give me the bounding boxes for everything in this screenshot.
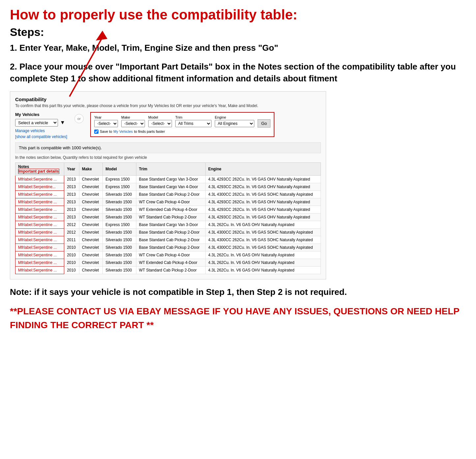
my-vehicles-save-link[interactable]: My Vehicles [113, 129, 133, 133]
cell-trim: WT Extended Cab Pickup 4-Door [136, 206, 205, 213]
year-field: Year -Select- [94, 115, 118, 127]
model-field: Model -Select- [148, 115, 172, 127]
cell-engine: 4.3L 4293CC 262Cu. In. V6 GAS OHV Natura… [206, 175, 321, 183]
cell-model: Silverado 1500 [103, 266, 136, 274]
cell-model: Silverado 1500 [103, 206, 136, 213]
col-notes: Notes Important part details [15, 162, 64, 175]
cell-model: Silverado 1500 [103, 236, 136, 244]
cell-engine: 4.3L 4293CC 262Cu. In. V6 GAS OHV Natura… [206, 198, 321, 206]
save-checkbox[interactable] [94, 129, 98, 134]
cell-trim: WT Crew Cab Pickup 4-Door [136, 251, 205, 259]
cell-trim: Base Standard Cargo Van 3-Door [136, 221, 205, 228]
cell-year: 2010 [64, 251, 79, 259]
cell-trim: WT Standard Cab Pickup 2-Door [136, 266, 205, 274]
cell-notes: Mfrlabel:Serpentine ... [15, 259, 64, 266]
cell-notes: Mfrlabel:Serpentine ... [15, 228, 64, 236]
compatibility-box: Compatibility To confirm that this part … [10, 91, 326, 279]
table-row: Mfrlabel:Serpentine ...2010ChevroletSilv… [15, 259, 321, 266]
model-select[interactable]: -Select- [148, 120, 172, 127]
cell-year: 2013 [64, 175, 79, 183]
cell-engine: 4.3L 4300CC 262Cu. In. V6 GAS SOHC Natur… [206, 236, 321, 244]
cell-engine: 4.3L 262Cu. In. V6 GAS OHV Naturally Asp… [206, 221, 321, 228]
dropdown-icon: ▼ [60, 120, 65, 126]
or-label: or [74, 114, 84, 123]
cell-model: Express 1500 [103, 183, 136, 190]
cell-trim: WT Standard Cab Pickup 2-Door [136, 213, 205, 221]
quantity-note: In the notes section below, Quantity ref… [15, 155, 321, 160]
table-row: Mfrlabel:Serpentine ...2013ChevroletSilv… [15, 190, 321, 198]
cell-make: Chevrolet [79, 190, 102, 198]
cell-notes: Mfrlabel:Serpentine ... [15, 221, 64, 228]
vehicle-select[interactable]: Select a vehicle [15, 119, 58, 127]
table-row: Mfrlabel:Serpentine ...2010ChevroletSilv… [15, 244, 321, 251]
cell-year: 2012 [64, 221, 79, 228]
cell-make: Chevrolet [79, 266, 102, 274]
table-row: Mfrlabel:Serpentine ...2011ChevroletSilv… [15, 236, 321, 244]
cell-trim: Base Standard Cargo Van 3-Door [136, 175, 205, 183]
table-row: Mfrlabel:Serpentine ...2010ChevroletSilv… [15, 251, 321, 259]
trim-select[interactable]: All Trims [175, 120, 211, 127]
step2-text: 2. Place your mouse over "Important Part… [10, 61, 466, 85]
year-select[interactable]: -Select- [94, 120, 118, 127]
cell-year: 2013 [64, 213, 79, 221]
table-header-row: Notes Important part details Year Make M… [15, 162, 321, 175]
cell-year: 2013 [64, 190, 79, 198]
cell-trim: Base Standard Cab Pickup 2-Door [136, 244, 205, 251]
col-model: Model [103, 162, 136, 175]
cell-make: Chevrolet [79, 175, 102, 183]
show-all-link[interactable]: [show all compatible vehicles] [15, 134, 68, 139]
cell-engine: 4.3L 4300CC 262Cu. In. V6 GAS SOHC Natur… [206, 190, 321, 198]
make-select[interactable]: -Select- [121, 120, 145, 127]
engine-label: Engine [215, 115, 254, 119]
step1-text: 1. Enter Year, Make, Model, Trim, Engine… [10, 42, 466, 54]
make-label: Make [121, 115, 145, 119]
manage-vehicles-link[interactable]: Manage vehicles [15, 129, 68, 133]
cell-year: 2012 [64, 228, 79, 236]
my-vehicles-section: My Vehicles Select a vehicle ▼ Manage ve… [15, 112, 68, 139]
cell-year: 2010 [64, 266, 79, 274]
go-button[interactable]: Go [258, 119, 270, 128]
cell-engine: 4.3L 4300CC 262Cu. In. V6 GAS SOHC Natur… [206, 228, 321, 236]
cell-engine: 4.3L 4293CC 262Cu. In. V6 GAS OHV Natura… [206, 206, 321, 213]
cell-make: Chevrolet [79, 213, 102, 221]
my-vehicles-label: My Vehicles [15, 112, 68, 117]
year-label: Year [94, 115, 118, 119]
cell-model: Silverado 1500 [103, 198, 136, 206]
engine-field: Engine All Engines [215, 115, 254, 127]
table-row: Mfrlabel:Serpentine ...2013ChevroletSilv… [15, 213, 321, 221]
cell-model: Silverado 1500 [103, 259, 136, 266]
cell-notes: Mfrlabel:Serpentine ... [15, 244, 64, 251]
cell-engine: 4.3L 262Cu. In. V6 GAS OHV Naturally Asp… [206, 266, 321, 274]
col-trim: Trim [136, 162, 205, 175]
cell-model: Silverado 1500 [103, 251, 136, 259]
main-title: How to properly use the compatibility ta… [10, 7, 466, 23]
table-row: Mfrlabel:Serpentine ...2012ChevroletSilv… [15, 228, 321, 236]
make-field: Make -Select- [121, 115, 145, 127]
cell-year: 2011 [64, 236, 79, 244]
cell-trim: Base Standard Cab Pickup 2-Door [136, 190, 205, 198]
model-label: Model [148, 115, 172, 119]
cell-engine: 4.3L 262Cu. In. V6 GAS OHV Naturally Asp… [206, 259, 321, 266]
table-row: Mfrlabel:Serpentine ...2013ChevroletSilv… [15, 198, 321, 206]
save-text: Save to [100, 129, 112, 133]
cell-trim: Base Standard Cargo Van 4-Door [136, 183, 205, 190]
table-row: Mfrlabel:Serpentine ...2013ChevroletSilv… [15, 206, 321, 213]
cell-notes: Mfrlabel:Serpentine ... [15, 266, 64, 274]
cell-engine: 4.3L 262Cu. In. V6 GAS OHV Naturally Asp… [206, 251, 321, 259]
cell-model: Express 1500 [103, 221, 136, 228]
cell-model: Express 1500 [103, 175, 136, 183]
note-text: Note: if it says your vehicle is not com… [10, 286, 466, 298]
compatibility-table: Notes Important part details Year Make M… [15, 162, 321, 274]
notes-subheader: Important part details [18, 169, 59, 174]
cell-make: Chevrolet [79, 228, 102, 236]
cell-engine: 4.3L 4300CC 262Cu. In. V6 GAS SOHC Natur… [206, 244, 321, 251]
engine-select[interactable]: All Engines [215, 120, 254, 127]
cell-make: Chevrolet [79, 206, 102, 213]
compat-subtitle: To confirm that this part fits your vehi… [15, 103, 321, 108]
table-row: Mfrlabel:Serpentine ...2012ChevroletExpr… [15, 221, 321, 228]
cell-make: Chevrolet [79, 236, 102, 244]
cell-notes: Mfrlabel:Serpentine ... [15, 190, 64, 198]
cell-notes: Mfrlabel:Serpentine ... [15, 175, 64, 183]
cell-make: Chevrolet [79, 183, 102, 190]
cell-trim: WT Extended Cab Pickup 4-Door [136, 259, 205, 266]
